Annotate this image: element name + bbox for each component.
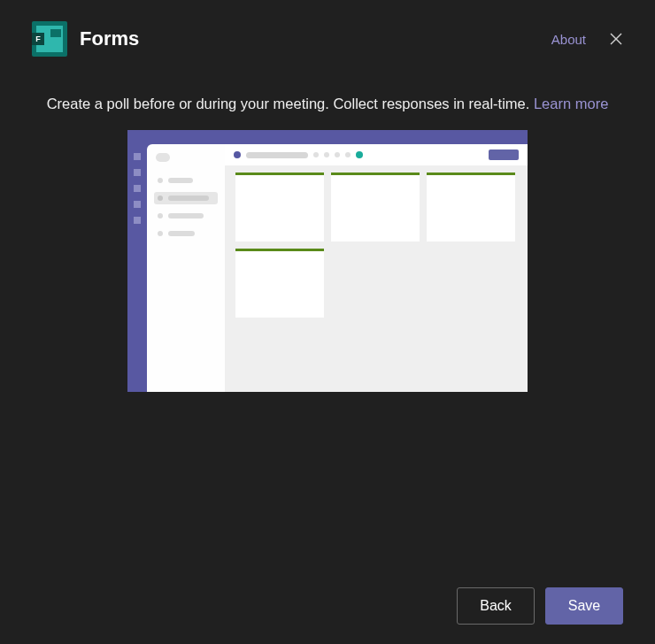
preview-main-area (225, 144, 528, 392)
header-left: F Forms (32, 21, 139, 57)
preview-card (235, 172, 324, 242)
preview-rail-item (134, 169, 141, 176)
preview-rail-item (134, 153, 141, 160)
preview-rail-item (134, 217, 141, 224)
dialog-footer: Back Save (457, 587, 623, 625)
app-title: Forms (80, 27, 139, 50)
back-button[interactable]: Back (457, 587, 535, 625)
preview-topbar-dot (324, 152, 329, 157)
close-button[interactable] (604, 27, 628, 51)
description-text: Create a poll before or during your meet… (47, 96, 530, 111)
about-link[interactable]: About (551, 32, 586, 47)
preview-left-rail (127, 130, 147, 392)
preview-card (331, 172, 420, 242)
preview-sidebar-pill (156, 153, 170, 162)
preview-topbar (225, 144, 528, 165)
preview-sidebar-row (154, 174, 218, 187)
preview-sidebar (147, 144, 225, 392)
preview-container (0, 130, 655, 392)
preview-topbar-button (489, 150, 519, 160)
close-icon (609, 32, 623, 46)
forms-app-icon: F (32, 21, 67, 57)
learn-more-link[interactable]: Learn more (534, 96, 608, 111)
preview-card (235, 249, 324, 318)
save-button[interactable]: Save (545, 587, 623, 625)
preview-topbar-pill (246, 152, 308, 158)
preview-sidebar-row-active (154, 192, 218, 204)
preview-topbar-dot-accent (356, 151, 363, 158)
preview-topbar-dot (313, 152, 319, 157)
app-preview-image (127, 130, 528, 392)
header-right: About (551, 27, 628, 51)
preview-card (427, 172, 515, 242)
preview-topbar-dot (335, 152, 340, 157)
preview-topbar-dot (234, 151, 241, 158)
forms-icon-letter: F (32, 33, 44, 45)
preview-topbar-dot (345, 152, 351, 157)
preview-sidebar-row (154, 210, 218, 222)
dialog-header: F Forms About (0, 0, 655, 64)
preview-rail-item (134, 201, 141, 208)
preview-rail-item (134, 185, 141, 192)
forms-icon-card-shape (50, 29, 61, 37)
app-description: Create a poll before or during your meet… (0, 64, 655, 130)
preview-sidebar-row (154, 227, 218, 240)
